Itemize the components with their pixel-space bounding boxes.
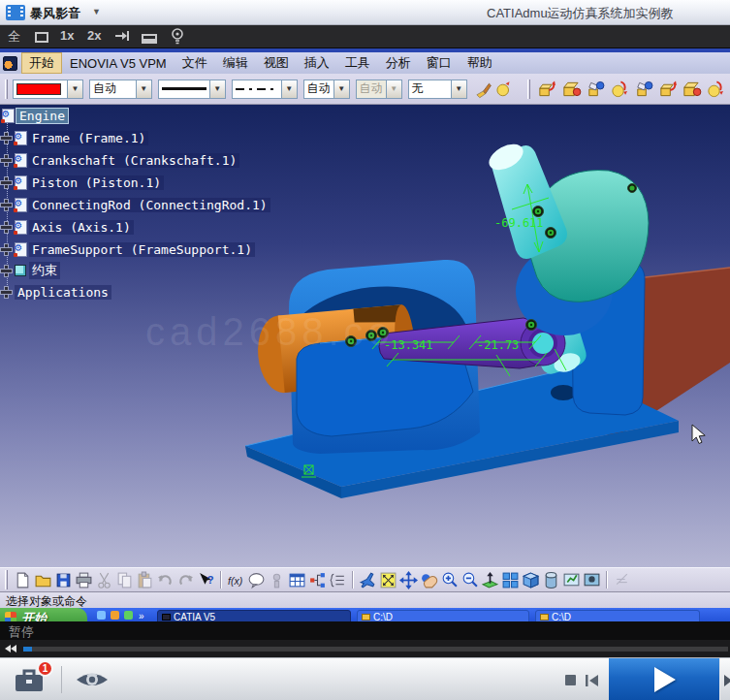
opacity-dropdown[interactable]: 自动▼ <box>89 80 152 99</box>
menu-analyze[interactable]: 分析 <box>378 52 419 74</box>
zoom-in-icon[interactable] <box>440 571 459 589</box>
expander-icon[interactable] <box>1 287 12 298</box>
dmu-icon-7[interactable] <box>682 79 702 100</box>
dmu-icon-5[interactable] <box>634 79 654 100</box>
whats-this-icon[interactable] <box>197 571 215 589</box>
annotation-icon[interactable] <box>247 571 266 589</box>
menu-help[interactable]: 帮助 <box>460 52 500 74</box>
expander-icon[interactable] <box>1 155 12 166</box>
weight-dropdown[interactable]: 自动▼ <box>303 80 350 99</box>
menu-tools[interactable]: 工具 <box>337 52 378 74</box>
quicklaunch-icon[interactable] <box>97 611 106 620</box>
dmu-icon-1[interactable] <box>537 79 557 100</box>
3d-viewport[interactable]: -69.611 -13.341 -21.73 cad2688.co <box>0 105 730 567</box>
light-adjust-button[interactable] <box>171 28 184 48</box>
toolbar-grip[interactable] <box>5 570 8 589</box>
expander-icon[interactable] <box>1 244 12 255</box>
next-button[interactable] <box>719 658 730 700</box>
tree-item-frame[interactable]: Frame (Frame.1) <box>1 129 148 146</box>
tree-item-crankschaft[interactable]: Crankschaft (Crankschaft.1) <box>1 151 239 169</box>
rewind-icon[interactable] <box>5 645 18 652</box>
dmu-icon-8[interactable] <box>706 79 726 100</box>
toolbar-grip[interactable] <box>5 80 8 99</box>
quicklaunch-icon[interactable] <box>124 611 133 620</box>
dmu-icon-2[interactable] <box>561 79 582 100</box>
dropdown-arrow-icon[interactable]: ▼ <box>209 80 225 98</box>
knowledge-fx-icon[interactable] <box>227 571 245 589</box>
open-icon[interactable] <box>34 571 52 589</box>
list-icon[interactable] <box>329 571 347 589</box>
dropdown-arrow-icon[interactable]: ▼ <box>333 80 349 98</box>
tree-item-connectingrod[interactable]: ConnectingRod (ConnectingRod.1) <box>1 196 270 213</box>
dropdown-arrow-icon[interactable]: ▼ <box>281 80 297 98</box>
menu-window[interactable]: 窗口 <box>419 52 460 74</box>
fly-mode-icon[interactable] <box>359 571 377 589</box>
expander-icon[interactable] <box>1 222 12 233</box>
dmu-icon-6[interactable] <box>658 79 679 100</box>
dmu-icon-4[interactable] <box>610 79 630 100</box>
taskbar-task-folder2[interactable]: C:\D <box>535 610 700 621</box>
expander-icon[interactable] <box>1 266 12 276</box>
line-type-dropdown[interactable]: ▼ <box>158 80 226 99</box>
normal-view-icon[interactable] <box>481 571 499 589</box>
fill-color-dropdown[interactable]: ▼ <box>13 80 83 99</box>
pan-icon[interactable] <box>399 571 418 589</box>
dropdown-arrow-icon[interactable]: ▼ <box>451 80 466 98</box>
scale-1x-button[interactable]: 1x <box>60 28 74 43</box>
split-screen-button[interactable] <box>142 32 157 47</box>
save-icon[interactable] <box>54 571 73 589</box>
rotate-icon[interactable] <box>420 571 438 589</box>
expander-icon[interactable] <box>1 200 12 210</box>
dropdown-arrow-icon[interactable]: ▼ <box>136 80 151 98</box>
menu-file[interactable]: 文件 <box>175 52 215 74</box>
seek-bar[interactable] <box>23 647 728 652</box>
tree-item-framesupport[interactable]: FrameSupport (FrameSupport.1) <box>1 240 255 258</box>
toolbar-grip[interactable] <box>527 80 530 99</box>
tree-item-constraints[interactable]: 约束 <box>1 262 60 279</box>
dropdown-arrow-icon[interactable]: ▼ <box>67 80 82 98</box>
tree-item-axis[interactable]: Axis (Axis.1) <box>1 218 134 236</box>
chevron-down-icon[interactable]: ▼ <box>92 7 101 16</box>
multi-view-icon[interactable] <box>501 571 520 589</box>
menu-view[interactable]: 视图 <box>256 52 297 74</box>
print-icon[interactable] <box>75 571 93 589</box>
play-button[interactable] <box>609 658 719 700</box>
taskbar-task-folder1[interactable]: C:\D <box>357 610 529 621</box>
menu-enovia[interactable]: ENOVIA V5 VPM <box>62 54 175 73</box>
dash-type-dropdown[interactable]: ▼ <box>232 80 298 99</box>
menu-insert[interactable]: 插入 <box>297 52 337 74</box>
taskbar-task-catia[interactable]: CATIA V5 <box>157 610 351 621</box>
shading-view-icon[interactable] <box>583 571 601 589</box>
design-table-icon[interactable] <box>288 571 306 589</box>
previous-button[interactable] <box>585 673 600 688</box>
pin-on-top-button[interactable] <box>114 29 130 46</box>
fullscreen-button[interactable]: 全 <box>8 28 20 46</box>
quicklaunch-more-icon[interactable]: » <box>139 611 147 620</box>
new-file-icon[interactable] <box>14 571 32 589</box>
render-style-icon[interactable] <box>542 571 560 589</box>
tree-item-applications[interactable]: Applications <box>1 283 111 301</box>
named-view-icon[interactable] <box>562 571 581 589</box>
fit-all-icon[interactable] <box>379 571 397 589</box>
render-mode-dropdown[interactable]: 无▼ <box>408 80 467 99</box>
dmu-icon-3[interactable] <box>586 79 606 100</box>
stop-button[interactable] <box>565 675 576 685</box>
quicklaunch-icon[interactable] <box>111 611 119 620</box>
painter-icon[interactable] <box>475 80 492 99</box>
menu-edit[interactable]: 编辑 <box>215 52 256 74</box>
player-osd-row: 暂停 <box>0 621 730 640</box>
window-mode-button[interactable] <box>35 31 48 46</box>
expander-icon[interactable] <box>1 133 12 143</box>
tree-item-piston[interactable]: Piston (Piston.1) <box>1 174 164 191</box>
eye-protect-button[interactable] <box>74 667 111 692</box>
tree-item-engine[interactable]: Engine <box>2 107 68 124</box>
start-button[interactable]: 开始 <box>0 608 87 621</box>
expander-icon[interactable] <box>1 177 12 188</box>
video-frame-catia[interactable]: 开始 ENOVIA V5 VPM 文件 编辑 视图 插入 工具 分析 窗口 帮助… <box>0 48 730 621</box>
iso-view-icon[interactable] <box>522 571 540 589</box>
structure-icon[interactable] <box>308 571 327 589</box>
zoom-out-icon[interactable] <box>460 571 479 589</box>
wizard-ball-icon[interactable] <box>495 80 512 99</box>
scale-2x-button[interactable]: 2x <box>87 28 101 43</box>
menu-start[interactable]: 开始 <box>21 52 62 74</box>
